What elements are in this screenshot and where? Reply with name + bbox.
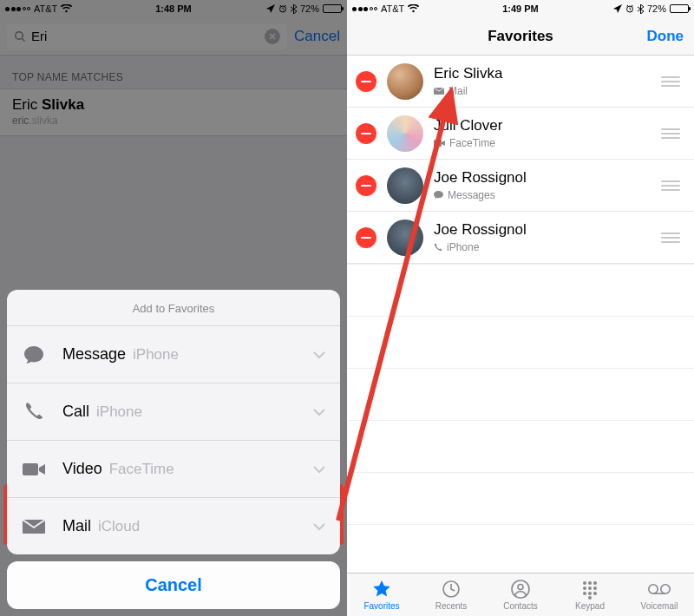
status-time: 1:49 PM [347, 3, 694, 14]
svg-rect-6 [434, 140, 442, 147]
chevron-down-icon [312, 465, 326, 474]
favorite-row[interactable]: Joe Rossignol iPhone [347, 212, 694, 264]
result-sub-light: .slivka [29, 115, 57, 127]
tab-label: Voicemail [641, 601, 678, 611]
search-input[interactable] [31, 29, 259, 43]
sheet-sublabel: iPhone [96, 403, 142, 421]
tab-label: Keypad [575, 601, 605, 611]
favorite-name: Juli Clover [434, 117, 502, 134]
tab-label: Recents [435, 601, 468, 611]
favorite-name: Eric Slivka [434, 65, 502, 82]
tab-keypad[interactable]: Keypad [555, 573, 625, 616]
svg-point-13 [583, 587, 586, 590]
status-time: 1:48 PM [0, 3, 347, 14]
tab-recents[interactable]: Recents [416, 573, 486, 616]
search-result-row[interactable]: Eric Slivka eric.slivka [0, 88, 347, 136]
battery-icon [323, 4, 342, 13]
svg-point-17 [588, 592, 592, 595]
sheet-row-call[interactable]: CalliPhone [7, 383, 340, 440]
drag-handle-icon[interactable] [661, 76, 682, 87]
svg-rect-2 [23, 463, 38, 475]
empty-row [347, 316, 694, 368]
delete-icon[interactable] [356, 71, 376, 92]
tab-bar: Favorites Recents Contacts Keypad Voicem… [347, 573, 694, 616]
message-icon [21, 344, 47, 365]
voicemail-icon [647, 579, 671, 600]
nav-header: Favorites Done [347, 17, 694, 56]
chevron-down-icon [312, 408, 326, 416]
star-icon [371, 579, 392, 600]
recents-icon [441, 579, 462, 600]
keypad-icon [579, 579, 600, 600]
drag-handle-icon[interactable] [661, 180, 682, 191]
sheet-row-video[interactable]: VideoFaceTime [7, 440, 340, 497]
favorites-list: Eric Slivka Mail Juli Clover FaceTime Jo… [347, 56, 694, 576]
favorite-name: Joe Rossignol [434, 169, 527, 187]
sheet-label: Video [62, 460, 102, 478]
empty-row [347, 472, 694, 524]
avatar [387, 167, 423, 204]
sheet-title: Add to Favorites [7, 290, 340, 325]
favorite-row[interactable]: Eric Slivka Mail [347, 56, 694, 108]
svg-point-21 [661, 585, 670, 593]
chevron-down-icon [312, 522, 326, 531]
result-sub-prefix: eric [12, 115, 29, 127]
action-sheet: Add to Favorites MessageiPhone CalliPhon… [7, 290, 340, 609]
page-title: Favorites [488, 28, 553, 45]
delete-icon[interactable] [356, 123, 376, 144]
search-cancel-button[interactable]: Cancel [294, 28, 340, 45]
result-name-prefix: Eric [12, 96, 42, 113]
sheet-label: Mail [62, 517, 91, 535]
video-icon [434, 140, 445, 147]
section-header: TOP NAME MATCHES [0, 56, 347, 88]
favorite-row[interactable]: Juli Clover FaceTime [347, 108, 694, 160]
search-icon [14, 30, 26, 43]
tab-label: Favorites [363, 601, 399, 611]
avatar [387, 220, 423, 256]
drag-handle-icon[interactable] [661, 128, 682, 139]
video-icon [21, 462, 47, 477]
search-bar: Cancel [0, 17, 347, 56]
sheet-label: Message [62, 345, 126, 364]
avatar [387, 115, 423, 152]
search-field[interactable] [7, 23, 287, 49]
svg-point-15 [593, 587, 597, 590]
empty-row [347, 420, 694, 472]
done-button[interactable]: Done [647, 28, 684, 45]
sheet-cancel-button[interactable]: Cancel [7, 561, 340, 609]
sheet-sublabel: iCloud [98, 518, 140, 535]
tab-label: Contacts [503, 601, 537, 611]
chevron-down-icon [312, 351, 326, 359]
favorite-method: Messages [448, 189, 495, 201]
avatar [387, 63, 423, 100]
svg-point-16 [583, 592, 586, 595]
sheet-sublabel: FaceTime [109, 461, 174, 478]
delete-icon[interactable] [356, 175, 376, 196]
tab-voicemail[interactable]: Voicemail [625, 573, 694, 616]
mail-icon [434, 88, 444, 95]
favorite-row[interactable]: Joe Rossignol Messages [347, 160, 694, 212]
sheet-row-mail[interactable]: MailiCloud [7, 497, 340, 554]
right-screen: AT&T 1:49 PM 72% Favorites Done [347, 0, 694, 616]
tab-contacts[interactable]: Contacts [486, 573, 555, 616]
empty-row [347, 264, 694, 316]
sheet-row-message[interactable]: MessageiPhone [7, 325, 340, 383]
svg-point-10 [583, 581, 586, 585]
svg-point-1 [16, 31, 23, 39]
status-bar: AT&T 1:49 PM 72% [347, 0, 694, 17]
svg-point-18 [593, 592, 597, 595]
svg-point-9 [518, 585, 523, 590]
svg-point-20 [649, 585, 658, 593]
tab-favorites[interactable]: Favorites [347, 573, 416, 616]
phone-icon [21, 402, 47, 423]
sheet-sublabel: iPhone [133, 346, 179, 364]
mail-icon [21, 519, 47, 534]
drag-handle-icon[interactable] [661, 233, 682, 243]
phone-icon [434, 243, 442, 252]
clear-search-icon[interactable] [265, 29, 280, 44]
favorite-name: Joe Rossignol [434, 221, 527, 239]
favorite-method: iPhone [447, 241, 479, 253]
favorite-method: FaceTime [449, 137, 495, 149]
delete-icon[interactable] [356, 227, 376, 248]
result-name-bold: Slivka [42, 96, 84, 113]
